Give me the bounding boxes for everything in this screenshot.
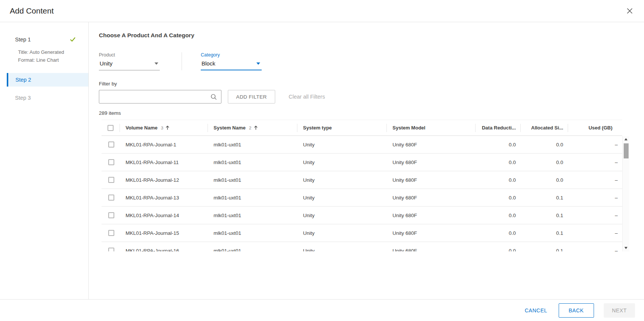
cell-system_type: Unity <box>297 189 386 206</box>
step1-format-line: Format: Line Chart <box>18 56 88 64</box>
sidebar-item-step1[interactable]: Step 1 <box>0 36 88 43</box>
cancel-button[interactable]: CANCEL <box>525 307 547 313</box>
cell-used_gb: – <box>568 154 622 171</box>
table-row[interactable]: MKL01-RPA-Journal-16mlk01-uxt01UnityUnit… <box>102 242 622 251</box>
table-row[interactable]: MKL01-RPA-Journal-12mlk01-uxt01UnityUnit… <box>102 171 622 189</box>
sidebar-item-step2[interactable]: Step 2 <box>7 73 88 87</box>
table-header: Volume Name 3 System Name 2 <box>102 120 622 136</box>
row-checkbox[interactable] <box>108 230 114 236</box>
cell-system_model: Unity 680F <box>386 136 475 153</box>
volumes-table: Volume Name 3 System Name 2 <box>102 120 629 251</box>
cell-system_name: mlk01-uxt01 <box>208 154 297 171</box>
sort-asc-icon <box>253 125 259 131</box>
scrollbar-thumb[interactable] <box>624 143 629 158</box>
table-row[interactable]: MKL01-RPA-Journal-1mlk01-uxt01UnityUnity… <box>102 136 622 154</box>
table-row[interactable]: MKL01-RPA-Journal-14mlk01-uxt01UnityUnit… <box>102 207 622 224</box>
cell-used_gb: – <box>568 207 622 224</box>
column-label: System Name <box>214 125 245 131</box>
row-checkbox-cell <box>102 242 120 251</box>
category-select[interactable]: Block <box>201 60 262 70</box>
table-scrollbar[interactable] <box>622 136 629 251</box>
column-header-system-type[interactable]: System type <box>297 120 386 135</box>
step1-summary: Title: Auto Generated Format: Line Chart <box>0 43 88 64</box>
step1-title-line: Title: Auto Generated <box>18 48 88 56</box>
column-header-volume-name[interactable]: Volume Name 3 <box>120 120 208 135</box>
cell-system_name: mlk01-uxt01 <box>208 242 297 251</box>
clear-all-filters-button: Clear all Filters <box>289 94 325 100</box>
search-input[interactable] <box>104 94 210 100</box>
items-count: 289 items <box>99 110 644 116</box>
cell-volume_name: MKL01-RPA-Journal-14 <box>120 207 208 224</box>
table-main: Volume Name 3 System Name 2 <box>102 120 622 251</box>
product-select[interactable]: Unity <box>99 60 160 70</box>
row-checkbox-cell <box>102 224 120 242</box>
scroll-up-button[interactable] <box>623 136 629 142</box>
back-button[interactable]: BACK <box>559 303 594 318</box>
cell-allocated_size: 0.1 <box>520 242 568 251</box>
cell-volume_name: MKL01-RPA-Journal-16 <box>120 242 208 251</box>
column-header-allocated-size[interactable]: Allocated Si... <box>520 120 568 135</box>
scroll-down-button[interactable] <box>623 245 629 251</box>
cell-allocated_size: 0.1 <box>520 224 568 242</box>
cell-system_model: Unity 680F <box>386 171 475 189</box>
page-title: Choose A Product And A Category <box>99 32 644 39</box>
cell-system_type: Unity <box>297 154 386 171</box>
row-checkbox[interactable] <box>108 141 114 148</box>
select-all-checkbox[interactable] <box>108 125 114 131</box>
cell-system_name: mlk01-uxt01 <box>208 207 297 224</box>
filter-row: ADD FILTER Clear all Filters <box>99 90 644 103</box>
step2-content: Choose A Product And A Category Product … <box>89 22 644 299</box>
cell-system_type: Unity <box>297 136 386 153</box>
table-row[interactable]: MKL01-RPA-Journal-11mlk01-uxt01UnityUnit… <box>102 154 622 171</box>
step1-label: Step 1 <box>15 37 31 43</box>
cell-system_type: Unity <box>297 242 386 251</box>
cell-data_reduction: 0.0 <box>475 207 520 224</box>
cell-system_type: Unity <box>297 171 386 189</box>
cell-system_name: mlk01-uxt01 <box>208 189 297 206</box>
cell-allocated_size: 0.0 <box>520 136 568 153</box>
sidebar-item-step3: Step 3 <box>0 91 88 105</box>
cell-system_model: Unity 680F <box>386 154 475 171</box>
column-header-system-model[interactable]: System Model <box>386 120 475 135</box>
header-checkbox-cell <box>102 120 120 135</box>
dialog-body: Step 1 Title: Auto Generated Format: Lin… <box>0 22 644 299</box>
row-checkbox-cell <box>102 136 120 153</box>
table-body: MKL01-RPA-Journal-1mlk01-uxt01UnityUnity… <box>102 136 622 251</box>
category-label: Category <box>201 52 262 58</box>
row-checkbox[interactable] <box>108 248 114 251</box>
cell-allocated_size: 0.1 <box>520 189 568 206</box>
chevron-down-icon <box>256 62 260 65</box>
column-header-used-gb[interactable]: Used (GB) <box>568 120 622 135</box>
row-checkbox[interactable] <box>108 195 114 201</box>
add-content-dialog: Add Content Step 1 Title: Auto Generated… <box>0 0 644 321</box>
category-select-group: Category Block <box>201 52 262 70</box>
close-icon <box>627 9 633 15</box>
scroll-down-icon <box>624 247 627 249</box>
column-header-data-reduction[interactable]: Data Reducti... <box>475 120 520 135</box>
row-checkbox[interactable] <box>108 159 114 165</box>
cell-system_name: mlk01-uxt01 <box>208 171 297 189</box>
cell-system_model: Unity 680F <box>386 224 475 242</box>
table-row[interactable]: MKL01-RPA-Journal-15mlk01-uxt01UnityUnit… <box>102 224 622 242</box>
row-checkbox[interactable] <box>108 212 114 218</box>
cell-allocated_size: 0.0 <box>520 154 568 171</box>
search-icon[interactable] <box>210 93 217 100</box>
row-checkbox[interactable] <box>108 177 114 183</box>
close-button[interactable] <box>625 6 634 15</box>
table-row[interactable]: MKL01-RPA-Journal-13mlk01-uxt01UnityUnit… <box>102 189 622 207</box>
cell-data_reduction: 0.0 <box>475 171 520 189</box>
cell-used_gb: – <box>568 136 622 153</box>
dialog-header: Add Content <box>0 0 644 22</box>
cell-data_reduction: 0.0 <box>475 189 520 206</box>
filter-by-label: Filter by <box>99 81 644 87</box>
cell-volume_name: MKL01-RPA-Journal-15 <box>120 224 208 242</box>
next-button: NEXT <box>604 303 635 318</box>
vertical-divider <box>182 52 182 70</box>
add-filter-button[interactable]: ADD FILTER <box>228 90 275 103</box>
cell-system_type: Unity <box>297 224 386 242</box>
cell-system_name: mlk01-uxt01 <box>208 136 297 153</box>
cell-volume_name: MKL01-RPA-Journal-12 <box>120 171 208 189</box>
step-complete-check-icon <box>69 36 76 43</box>
column-header-system-name[interactable]: System Name 2 <box>208 120 297 135</box>
cell-allocated_size: 0.0 <box>520 171 568 189</box>
